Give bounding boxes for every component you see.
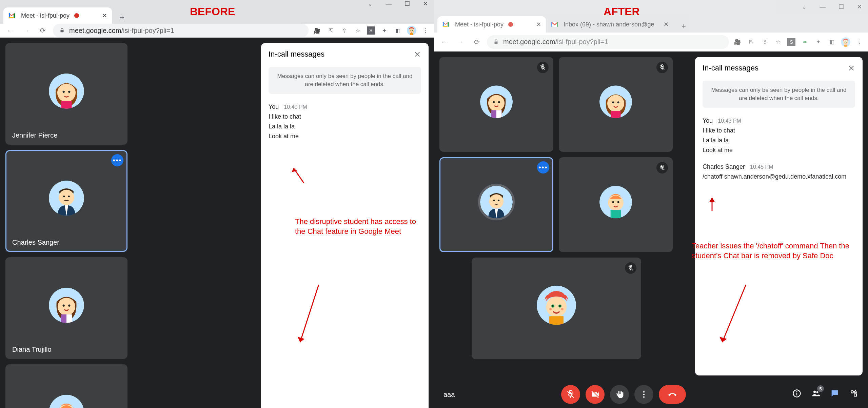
meet-favicon-icon (8, 12, 16, 20)
url-bar[interactable]: meet.google.com/isi-fpui-poy?pli=1 (53, 24, 309, 37)
extension-s-icon[interactable]: S (367, 26, 375, 35)
sidepanel-icon[interactable]: ◧ (827, 38, 836, 46)
chrome-menu-icon[interactable]: ⋮ (855, 38, 864, 46)
tab-title: Meet - isi-fpui-poy (455, 21, 504, 28)
chrome-menu-icon[interactable]: ⋮ (421, 26, 430, 35)
profile-avatar[interactable] (407, 26, 416, 35)
extensions-icon[interactable]: ✦ (814, 38, 823, 46)
tab-meet[interactable]: Meet - isi-fpui-poy ✕ (3, 7, 112, 24)
participant-tile-pat[interactable]: Pat Paul (5, 364, 127, 408)
camera-permission-icon[interactable]: 🎥 (733, 38, 742, 46)
video-grid: Jennifer Pierce ••• Charles Sanger Diana… (0, 38, 260, 408)
raise-hand-button[interactable] (610, 385, 629, 404)
participant-tile-diana[interactable]: Diana Trujillo (5, 257, 127, 359)
participant-tile[interactable] (559, 157, 673, 252)
participant-tile[interactable] (439, 57, 553, 152)
extensions-icon[interactable]: ✦ (380, 26, 389, 35)
new-tab-button[interactable]: + (677, 20, 690, 33)
recording-dot-icon (508, 22, 513, 27)
bottombar: aaa 5 (434, 381, 868, 408)
chat-close-icon[interactable] (414, 50, 421, 58)
window-maximize-icon[interactable]: ☐ (839, 3, 844, 11)
install-app-icon[interactable]: ⇱ (747, 38, 755, 46)
annotation-arrow-icon (295, 281, 322, 349)
annotation-arrow-icon (705, 196, 719, 213)
participant-tile-charles[interactable]: ••• Charles Sanger (5, 150, 127, 252)
chat-header: In-call messages (269, 50, 421, 59)
share-icon[interactable]: ⇪ (340, 26, 349, 35)
bookmark-icon[interactable]: ☆ (774, 38, 783, 46)
new-tab-button[interactable]: + (116, 12, 128, 24)
after-label: AFTER (604, 5, 640, 18)
participants-icon[interactable]: 5 (811, 389, 821, 400)
window-minimize-icon[interactable]: — (820, 3, 826, 11)
avatar-pat (49, 395, 84, 408)
hangup-button[interactable] (659, 385, 686, 404)
url-host: meet.google.com (503, 38, 555, 45)
extension-leaf-icon[interactable]: ❧ (800, 38, 809, 46)
url-path: /isi-fpui-poy?pli=1 (121, 27, 174, 34)
tab-close-icon[interactable]: ✕ (102, 12, 107, 19)
activities-icon[interactable] (849, 389, 859, 400)
window-dropdown-icon[interactable]: ⌄ (368, 0, 373, 7)
mic-muted-icon (625, 262, 636, 274)
participant-tile-you[interactable] (472, 258, 641, 359)
nav-forward-button[interactable]: → (20, 24, 33, 37)
tab-strip: Meet - isi-fpui-poy ✕ Inbox (69) - shawn… (434, 14, 868, 33)
avatar-participant (599, 85, 632, 118)
nav-reload-button[interactable]: ⟳ (471, 36, 483, 48)
msg-block-teacher: Charles Sanger 10:45 PM /chatoff shawn.a… (703, 163, 855, 180)
before-label: BEFORE (190, 5, 235, 18)
meet-body: ••• In-call messages Messages can only b… (434, 52, 868, 381)
tab-close-icon[interactable]: ✕ (536, 21, 541, 28)
omnibar: ← → ⟳ meet.google.com/isi-fpui-poy?pli=1… (434, 33, 868, 52)
avatar-you (537, 286, 576, 325)
meeting-info-icon[interactable] (792, 389, 802, 400)
url-bar[interactable]: meet.google.com/isi-fpui-poy?pli=1 (487, 35, 729, 49)
tile-more-button[interactable]: ••• (111, 154, 123, 166)
participant-tile-charles[interactable]: ••• (439, 157, 553, 252)
more-options-button[interactable] (634, 385, 653, 404)
avatar-diana (49, 288, 84, 323)
msg-line: I like to chat (269, 113, 421, 120)
participant-tile-jennifer[interactable]: Jennifer Pierce (5, 43, 127, 145)
extension-s-icon[interactable]: S (787, 38, 795, 46)
avatar-jennifer (49, 74, 84, 109)
nav-forward-button[interactable]: → (454, 36, 467, 48)
before-pane: BEFORE ⌄ — ☐ ✕ Meet - isi-fpui-poy ✕ + ←… (0, 0, 434, 408)
tab-gmail[interactable]: Inbox (69) - shawn.anderson@ge ✕ (546, 16, 673, 33)
avatar-charles (49, 181, 84, 216)
msg-block: You 10:40 PM I like to chat La la la la … (269, 103, 421, 140)
nav-back-button[interactable]: ← (4, 24, 16, 37)
chat-close-icon[interactable] (848, 64, 855, 72)
share-icon[interactable]: ⇪ (760, 38, 769, 46)
tab-meet[interactable]: Meet - isi-fpui-poy ✕ (437, 16, 546, 33)
annotation-arrow-icon (715, 281, 749, 349)
window-dropdown-icon[interactable]: ⌄ (802, 3, 807, 11)
tab-close-icon[interactable]: ✕ (664, 21, 669, 28)
mic-button[interactable] (561, 385, 580, 404)
install-app-icon[interactable]: ⇱ (326, 26, 335, 35)
mic-muted-icon (656, 162, 668, 174)
tile-more-button[interactable]: ••• (537, 161, 549, 174)
lock-icon (493, 39, 499, 45)
svg-line-56 (722, 285, 746, 342)
camera-button[interactable] (586, 385, 605, 404)
omnibar: ← → ⟳ meet.google.com/isi-fpui-poy?pli=1… (0, 24, 434, 38)
chat-toggle-icon[interactable] (830, 389, 840, 400)
bookmark-icon[interactable]: ☆ (353, 26, 362, 35)
mic-muted-icon (537, 62, 549, 73)
participant-tile[interactable] (559, 57, 673, 152)
camera-permission-icon[interactable]: 🎥 (313, 26, 321, 35)
nav-back-button[interactable]: ← (438, 36, 450, 48)
window-maximize-icon[interactable]: ☐ (405, 0, 410, 7)
tab-title: Meet - isi-fpui-poy (21, 12, 70, 19)
window-close-icon[interactable]: ✕ (423, 0, 428, 7)
window-minimize-icon[interactable]: — (386, 0, 392, 7)
msg-block: You 10:43 PM I like to chat La la la la … (703, 117, 855, 154)
nav-reload-button[interactable]: ⟳ (37, 24, 49, 37)
sidepanel-icon[interactable]: ◧ (393, 26, 402, 35)
profile-avatar[interactable] (841, 37, 850, 47)
window-close-icon[interactable]: ✕ (857, 3, 862, 11)
msg-time: 10:45 PM (750, 164, 773, 170)
